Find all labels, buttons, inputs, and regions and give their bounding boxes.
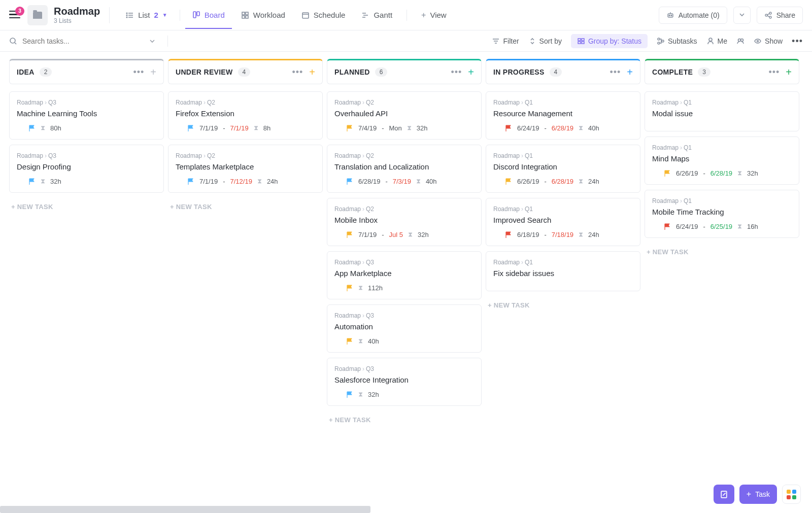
search-icon (9, 37, 17, 45)
column-add-button[interactable]: + (309, 69, 315, 76)
new-task-button[interactable]: + NEW TASK (486, 296, 640, 314)
subtasks-button[interactable]: Subtasks (657, 37, 697, 45)
hourglass-icon: ⧗ (416, 177, 421, 185)
breadcrumb: Roadmap›Q1 (652, 197, 792, 204)
task-card[interactable]: Roadmap›Q1 Mind Maps 6/26/19-6/28/19⧗32h (645, 136, 799, 185)
task-card[interactable]: Roadmap›Q3 Salesforce Integration ⧗32h (327, 358, 482, 406)
task-card[interactable]: Roadmap›Q2 Firefox Extension 7/1/19-7/1/… (168, 91, 323, 140)
scrollbar-thumb[interactable] (0, 506, 370, 513)
plus-icon: + (747, 490, 751, 499)
view-workload[interactable]: Workload (234, 7, 292, 23)
priority-flag-icon[interactable] (664, 223, 671, 230)
new-task-button[interactable]: + NEW TASK (168, 198, 323, 216)
task-card[interactable]: Roadmap›Q1 Resource Management 6/24/19-6… (486, 91, 640, 140)
priority-flag-icon[interactable] (664, 170, 671, 177)
view-board[interactable]: Board (185, 2, 232, 29)
priority-flag-icon[interactable] (505, 231, 512, 238)
priority-flag-icon[interactable] (347, 391, 353, 398)
svg-rect-8 (242, 12, 245, 15)
priority-flag-icon[interactable] (347, 285, 353, 291)
start-date: 7/1/19 (358, 231, 377, 238)
show-button[interactable]: Show (754, 37, 783, 45)
notepad-fab[interactable] (714, 485, 734, 504)
folder-icon[interactable] (27, 5, 48, 25)
view-list[interactable]: List 2 ▼ (119, 7, 175, 23)
assignees-button[interactable] (736, 37, 745, 45)
priority-flag-icon[interactable] (347, 178, 353, 185)
start-date: 6/24/19 (676, 223, 698, 230)
time-estimate: 24h (267, 178, 278, 185)
svg-rect-12 (302, 13, 309, 18)
new-task-button[interactable]: + NEW TASK (645, 243, 799, 261)
svg-rect-32 (578, 42, 581, 44)
new-task-button[interactable]: + NEW TASK (327, 411, 482, 429)
view-schedule[interactable]: Schedule (294, 7, 353, 23)
more-button[interactable]: ••• (792, 39, 803, 43)
priority-flag-icon[interactable] (188, 125, 194, 131)
priority-flag-icon[interactable] (188, 178, 194, 185)
start-date: 7/1/19 (199, 178, 218, 185)
task-card[interactable]: Roadmap›Q1 Mobile Time Tracking 6/24/19-… (645, 190, 799, 238)
priority-flag-icon[interactable] (347, 338, 353, 345)
task-card[interactable]: Roadmap›Q3 Design Proofing ⧗32h (9, 145, 164, 193)
column-add-button[interactable]: + (150, 69, 156, 76)
column-more-button[interactable]: ••• (768, 70, 780, 74)
breadcrumb: Roadmap›Q1 (652, 144, 792, 151)
task-card[interactable]: Roadmap›Q2 Translation and Localization … (327, 145, 482, 193)
svg-point-26 (10, 38, 15, 43)
task-card[interactable]: Roadmap›Q1 Improved Search 6/18/19-7/18/… (486, 198, 640, 246)
column-add-button[interactable]: + (627, 69, 633, 76)
column-more-button[interactable]: ••• (451, 70, 462, 74)
due-date: 7/12/19 (230, 178, 252, 185)
sort-button[interactable]: Sort by (528, 37, 562, 45)
column-more-button[interactable]: ••• (133, 70, 144, 74)
group-by-button[interactable]: Group by: Status (571, 34, 648, 48)
task-card[interactable]: Roadmap›Q3 Automation ⧗40h (327, 304, 482, 353)
start-date: 6/28/19 (358, 178, 380, 185)
priority-flag-icon[interactable] (347, 125, 353, 131)
chevron-down-icon[interactable] (149, 38, 155, 44)
priority-flag-icon[interactable] (505, 178, 512, 185)
task-title: Improved Search (493, 216, 633, 224)
share-button[interactable]: Share (757, 7, 803, 24)
task-card[interactable]: Roadmap›Q2 Templates Marketplace 7/1/19-… (168, 145, 323, 193)
me-button[interactable]: Me (706, 37, 727, 45)
task-card[interactable]: Roadmap›Q1 Discord Integration 6/26/19-6… (486, 145, 640, 193)
column-planned: PLANNED 6 ••• + Roadmap›Q2 Overhauled AP… (327, 59, 482, 497)
task-title: Modal issue (652, 109, 792, 118)
view-gantt[interactable]: Gantt (354, 7, 399, 23)
column-add-button[interactable]: + (786, 69, 792, 76)
task-card[interactable]: Roadmap›Q2 Overhauled API 7/4/19-Mon⧗32h (327, 91, 482, 140)
workload-icon (241, 11, 249, 19)
priority-flag-icon[interactable] (347, 231, 353, 238)
task-card[interactable]: Roadmap›Q1 Modal issue (645, 91, 799, 131)
start-date: 6/26/19 (517, 178, 539, 185)
column-count: 4 (550, 67, 562, 77)
priority-flag-icon[interactable] (29, 125, 36, 131)
priority-flag-icon[interactable] (29, 178, 36, 185)
task-card[interactable]: Roadmap›Q1 Fix sidebar issues (486, 251, 640, 291)
column-more-button[interactable]: ••• (292, 70, 303, 74)
task-card[interactable]: Roadmap›Q3 App Marketplace ⧗112h (327, 251, 482, 299)
automate-button[interactable]: Automate (0) (659, 7, 727, 24)
menu-toggle[interactable]: 3 (9, 11, 20, 20)
breadcrumb: Roadmap›Q2 (334, 99, 474, 106)
priority-flag-icon[interactable] (505, 125, 512, 131)
gantt-icon (361, 11, 369, 19)
search-input[interactable] (22, 37, 114, 45)
task-card[interactable]: Roadmap›Q2 Mobile Inbox 7/1/19-Jul 5⧗32h (327, 198, 482, 246)
new-task-button[interactable]: + NEW TASK (9, 198, 164, 216)
task-card[interactable]: Roadmap›Q3 Machine Learning Tools ⧗80h (9, 91, 164, 140)
column-add-button[interactable]: + (468, 69, 474, 76)
automate-dropdown[interactable] (733, 7, 751, 24)
svg-rect-7 (197, 12, 199, 16)
breadcrumb: Roadmap›Q1 (493, 152, 633, 159)
column-in-progress: IN PROGRESS 4 ••• + Roadmap›Q1 Resource … (486, 59, 640, 497)
svg-rect-10 (242, 16, 245, 18)
filter-button[interactable]: Filter (492, 37, 519, 45)
column-more-button[interactable]: ••• (610, 70, 621, 74)
apps-fab[interactable] (782, 485, 801, 504)
column-name: IDEA (17, 68, 35, 76)
add-view[interactable]: + View (414, 7, 454, 24)
new-task-fab[interactable]: + Task (739, 485, 777, 504)
